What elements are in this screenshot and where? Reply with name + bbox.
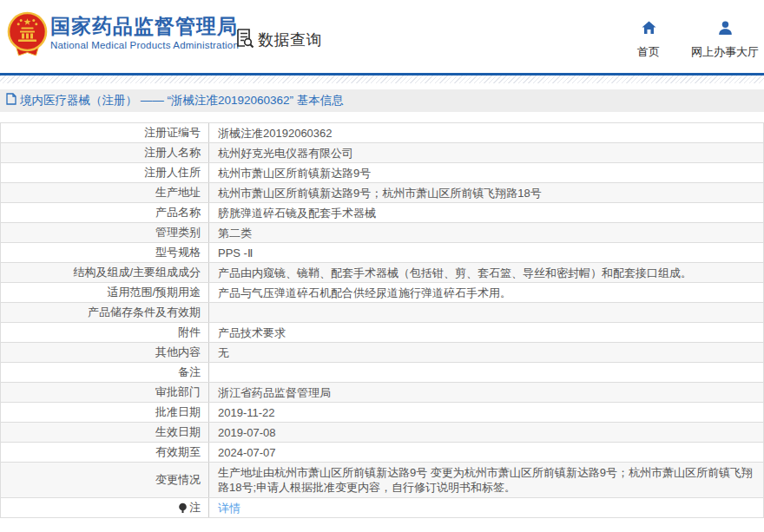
agency-title-block: 国家药品监督管理局 National Medical Products Admi… — [50, 15, 239, 50]
table-row: 型号规格PPS -Ⅱ — [1, 243, 763, 263]
table-row: 有效期至2024-07-07 — [1, 443, 763, 463]
table-row: 审批部门浙江省药品监督管理局 — [1, 383, 763, 403]
row-value: 浙江省药品监督管理局 — [209, 383, 763, 402]
note-icon — [178, 502, 188, 514]
row-label: 注册证编号 — [1, 123, 209, 142]
row-label: 注册人名称 — [1, 143, 209, 162]
nav-home-label: 首页 — [637, 44, 660, 60]
table-row: 产品储存条件及有效期 — [1, 303, 763, 323]
table-row: 适用范围/预期用途产品与气压弹道碎石机配合供经尿道施行弹道碎石手术用。 — [1, 283, 763, 303]
table-row: 结构及组成/主要组成成分产品由内窥镜、镜鞘、配套手术器械（包括钳、剪、套石篮、导… — [1, 263, 763, 283]
row-value: 产品与气压弹道碎石机配合供经尿道施行弹道碎石手术用。 — [209, 283, 763, 302]
data-query-section[interactable]: 数据查询 — [234, 27, 322, 52]
row-value: 2019-11-22 — [209, 403, 763, 422]
row-label: 变更情况 — [1, 463, 209, 497]
row-label: 有效期至 — [1, 443, 209, 462]
table-row: 注详情 — [1, 498, 763, 518]
data-search-icon — [234, 27, 255, 52]
detail-table: 注册证编号浙械注准20192060362注册人名称杭州好克光电仪器有限公司注册人… — [0, 122, 764, 518]
table-row: 注册人住所杭州市萧山区所前镇新达路9号 — [1, 163, 763, 183]
row-label: 生效日期 — [1, 423, 209, 442]
user-icon — [718, 21, 733, 38]
row-label: 管理类别 — [1, 223, 209, 242]
row-label: 批准日期 — [1, 403, 209, 422]
page-header: 国家药品监督管理局 National Medical Products Admi… — [0, 0, 764, 73]
row-value — [209, 303, 763, 322]
row-value: 2019-07-08 — [209, 423, 763, 442]
row-label: 注 — [1, 498, 209, 517]
row-label: 适用范围/预期用途 — [1, 283, 209, 302]
row-value: 详情 — [209, 498, 763, 517]
table-row: 附件产品技术要求 — [1, 323, 763, 343]
page-icon — [6, 93, 16, 108]
table-row: 生效日期2019-07-08 — [1, 423, 763, 443]
national-emblem-icon — [7, 11, 48, 62]
nav-online-hall-label: 网上办事大厅 — [691, 44, 759, 60]
row-value: 产品技术要求 — [209, 323, 763, 342]
row-value: 第二类 — [209, 223, 763, 242]
table-row: 注册人名称杭州好克光电仪器有限公司 — [1, 143, 763, 163]
row-value: 产品由内窥镜、镜鞘、配套手术器械（包括钳、剪、套石篮、导丝和密封帽）和配套接口组… — [209, 263, 763, 282]
nav-online-hall[interactable]: 网上办事大厅 — [691, 21, 759, 60]
row-value — [209, 363, 763, 382]
agency-name-en: National Medical Products Administration — [50, 40, 239, 50]
row-label: 结构及组成/主要组成成分 — [1, 263, 209, 282]
row-label: 附件 — [1, 323, 209, 342]
row-label: 生产地址 — [1, 183, 209, 202]
row-value: 杭州市萧山区所前镇新达路9号；杭州市萧山区所前镇飞翔路18号 — [209, 183, 763, 202]
nav-home[interactable]: 首页 — [637, 21, 660, 60]
row-value: 膀胱弹道碎石镜及配套手术器械 — [209, 203, 763, 222]
row-value: 浙械注准20192060362 — [209, 123, 763, 142]
row-value: 杭州好克光电仪器有限公司 — [209, 143, 763, 162]
header-hatch-strip — [0, 76, 764, 83]
row-label: 审批部门 — [1, 383, 209, 402]
table-row: 备注 — [1, 363, 763, 383]
top-nav: 首页 网上办事大厅 — [637, 21, 759, 60]
home-icon — [642, 21, 656, 38]
row-label: 型号规格 — [1, 243, 209, 262]
table-row: 变更情况生产地址由杭州市萧山区所前镇新达路9号 变更为杭州市萧山区所前镇新达路9… — [1, 463, 763, 498]
breadcrumb-text: 境内医疗器械（注册） —— “浙械注准20192060362” 基本信息 — [20, 93, 344, 108]
detail-link[interactable]: 详情 — [218, 501, 240, 516]
table-row: 注册证编号浙械注准20192060362 — [1, 123, 763, 143]
row-value: 2024-07-07 — [209, 443, 763, 462]
row-value: 生产地址由杭州市萧山区所前镇新达路9号 变更为杭州市萧山区所前镇新达路9号；杭州… — [209, 463, 763, 497]
row-value: 杭州市萧山区所前镇新达路9号 — [209, 163, 763, 182]
table-row: 管理类别第二类 — [1, 223, 763, 243]
row-value: 无 — [209, 343, 763, 362]
row-label: 产品名称 — [1, 203, 209, 222]
table-row: 产品名称膀胱弹道碎石镜及配套手术器械 — [1, 203, 763, 223]
row-value: PPS -Ⅱ — [209, 243, 763, 262]
agency-name-zh: 国家药品监督管理局 — [50, 15, 239, 37]
row-label: 其他内容 — [1, 343, 209, 362]
table-row: 生产地址杭州市萧山区所前镇新达路9号；杭州市萧山区所前镇飞翔路18号 — [1, 183, 763, 203]
row-label: 注册人住所 — [1, 163, 209, 182]
table-row: 其他内容无 — [1, 343, 763, 363]
table-row: 批准日期2019-11-22 — [1, 403, 763, 423]
row-label: 产品储存条件及有效期 — [1, 303, 209, 322]
row-label: 备注 — [1, 363, 209, 382]
data-query-label: 数据查询 — [258, 30, 322, 50]
breadcrumb: 境内医疗器械（注册） —— “浙械注准20192060362” 基本信息 — [0, 89, 764, 112]
